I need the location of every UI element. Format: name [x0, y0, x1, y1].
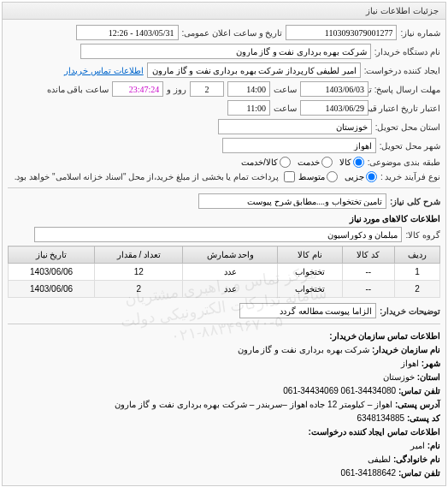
th-name: نام کالا: [278, 246, 342, 264]
need-details-panel: جزئیات اطلاعات نیاز شماره نیاز: تاریخ و …: [2, 2, 446, 486]
th-qty: تعداد / مقدار: [95, 246, 183, 264]
creator-family-label: نام خانوادگی:: [393, 454, 440, 464]
cell: تختخواب: [278, 264, 342, 281]
days-input[interactable]: [190, 81, 224, 97]
city-label: شهر محل تحویل:: [380, 141, 440, 151]
cell: --: [342, 264, 394, 281]
radio-jozi[interactable]: جزیی: [345, 171, 377, 182]
days-label: روز و: [167, 85, 186, 94]
buyer-note-input[interactable]: [239, 303, 376, 318]
contact-link[interactable]: اطلاعات تماس خریدار: [64, 66, 144, 75]
creator-name-label: نام:: [427, 441, 440, 450]
divider: [8, 324, 440, 324]
announce-datetime-label: تاریخ و ساعت اعلان عمومی:: [182, 28, 283, 38]
province-label: استان محل تحویل:: [375, 122, 440, 132]
radio-kala[interactable]: کالا: [339, 157, 364, 168]
org-postal-label: کد پستی:: [407, 413, 440, 423]
buyer-contact-block: اطلاعات تماس سازمان خریدار: نام سازمان خ…: [8, 330, 440, 480]
org-address-label: آدرس پستی:: [395, 400, 440, 409]
org-postal: 6348134885: [357, 413, 404, 423]
request-creator-label: ایجاد کننده درخواست:: [364, 66, 440, 75]
treasury-checkbox[interactable]: [284, 171, 295, 182]
radio-motavaset-label: متوسط: [298, 172, 325, 181]
panel-title: جزئیات اطلاعات نیاز: [3, 3, 445, 20]
org-phone-label: تلفن تماس:: [398, 386, 440, 395]
org-address: اهواز – کیلومتر 12 جاده اهواز –سربندر – …: [115, 400, 392, 409]
announce-datetime-input[interactable]: [76, 25, 179, 40]
radio-kala-input[interactable]: [353, 157, 364, 168]
validity-label: اعتبار تاریخ اعتبار قیمت: تا تاریخ:: [372, 104, 440, 113]
response-date-input[interactable]: [300, 81, 368, 97]
th-code: کد کالا: [342, 246, 394, 264]
radio-khadamat-input[interactable]: [321, 157, 333, 168]
purchase-note: پرداخت تمام یا بخشی از مبلغ خرید،از محل …: [15, 172, 279, 181]
radio-kala-label: کالا: [339, 157, 351, 167]
creator-name: امیر: [410, 441, 425, 450]
org-province-label: استان:: [417, 372, 440, 382]
cell: --: [342, 281, 394, 298]
org-name-label: نام سازمان خریدار:: [372, 345, 440, 354]
cell: 2: [394, 281, 439, 298]
cell: عدد: [183, 264, 278, 281]
response-time-input[interactable]: [227, 81, 270, 97]
purchase-type-label: نوع فرآیند خرید :: [380, 172, 440, 181]
radio-khadamat-label: خدمت: [298, 157, 320, 167]
contact-section-title: اطلاعات تماس سازمان خریدار:: [8, 330, 440, 343]
radio-khadamat[interactable]: خدمت: [298, 157, 333, 168]
buyer-org-input[interactable]: [80, 44, 371, 59]
radio-jozi-input[interactable]: [366, 171, 377, 182]
radio-motavaset-input[interactable]: [327, 171, 338, 182]
province-input[interactable]: [218, 119, 372, 134]
group-input[interactable]: [34, 227, 402, 242]
items-section-title: اطلاعات کالاهای مورد نیاز: [8, 214, 440, 223]
need-number-input[interactable]: [286, 25, 397, 40]
purchase-radio-group: جزیی متوسط: [298, 171, 377, 182]
org-city: اهواز: [401, 359, 419, 368]
creator-phone: 34188642-061: [341, 468, 397, 478]
org-province: خوزستان: [383, 372, 415, 382]
city-input[interactable]: [222, 138, 376, 153]
creator-section-title: اطلاعات تماس ایجاد کننده درخواست:: [8, 425, 440, 439]
radio-kala-khadamat-input[interactable]: [280, 157, 291, 168]
items-table: ردیف کد کالا نام کالا واحد شمارش تعداد /…: [8, 246, 440, 298]
org-city-label: شهر:: [421, 359, 440, 368]
remaining-time-input[interactable]: [112, 81, 163, 97]
cell: 1403/06/06: [9, 264, 95, 281]
table-row: 2 -- تختخواب عدد 2 1403/06/06: [9, 281, 440, 298]
need-number-label: شماره نیاز:: [400, 28, 440, 38]
radio-jozi-label: جزیی: [345, 172, 364, 181]
th-date: تاریخ نیاز: [9, 246, 95, 264]
group-label: گروه کالا:: [405, 230, 440, 240]
creator-family: لطیفی: [368, 454, 391, 464]
budget-radio-group: کالا خدمت کالا/خدمت: [241, 157, 364, 168]
th-row: ردیف: [394, 246, 439, 264]
divider: [8, 187, 440, 188]
buyer-note-label: توضیحات خریدار:: [380, 306, 440, 316]
budget-class-label: طبقه بندی موضوعی:: [368, 157, 440, 167]
radio-motavaset[interactable]: متوسط: [298, 171, 338, 182]
buyer-org-label: نام دستگاه خریدار:: [374, 47, 440, 56]
cell: 12: [95, 264, 183, 281]
table-header-row: ردیف کد کالا نام کالا واحد شمارش تعداد /…: [9, 246, 440, 264]
validity-date-input[interactable]: [300, 100, 368, 116]
org-name: شرکت بهره برداری نفت و گاز مارون: [238, 345, 370, 354]
radio-kala-khadamat-label: کالا/خدمت: [241, 157, 278, 167]
response-deadline-label: مهلت ارسال پاسخ: تا تاریخ:: [372, 85, 440, 94]
need-desc-label: شرح کلی نیاز:: [390, 197, 440, 206]
response-time-label: ساعت: [274, 85, 297, 94]
need-desc-input[interactable]: [198, 193, 386, 209]
org-phone: 34434080-061 34434069-061: [283, 386, 396, 395]
cell: 1403/06/06: [9, 281, 95, 298]
validity-time-label: ساعت: [274, 104, 297, 113]
creator-phone-label: تلفن تماس:: [398, 468, 440, 478]
validity-time-input[interactable]: [227, 100, 270, 116]
radio-kala-khadamat[interactable]: کالا/خدمت: [241, 157, 291, 168]
cell: 1: [394, 264, 439, 281]
th-unit: واحد شمارش: [183, 246, 278, 264]
cell: عدد: [183, 281, 278, 298]
cell: 2: [95, 281, 183, 298]
cell: تختخواب: [278, 281, 342, 298]
table-row: 1 -- تختخواب عدد 12 1403/06/06: [9, 264, 440, 281]
request-creator-input[interactable]: [147, 62, 361, 78]
remaining-label: ساعت باقی مانده: [47, 85, 109, 94]
